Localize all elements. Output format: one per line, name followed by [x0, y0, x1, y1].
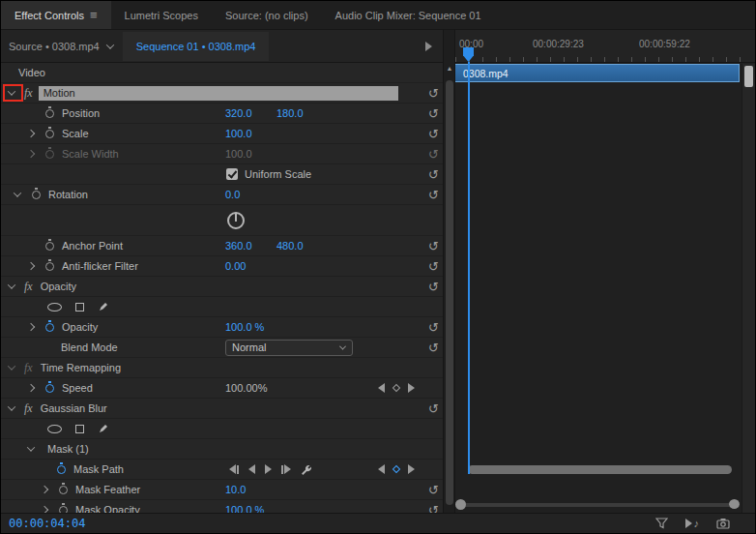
rectangle-mask-icon[interactable]: [75, 303, 84, 312]
expand-chevron-icon[interactable]: [8, 87, 15, 95]
fx-toggle-icon[interactable]: fx: [24, 86, 33, 101]
anchor-x-value[interactable]: 360.0: [225, 240, 252, 252]
filter-properties-icon[interactable]: [655, 518, 668, 529]
expand-chevron-icon[interactable]: [27, 323, 35, 331]
anchor-y-value[interactable]: 480.0: [276, 240, 304, 252]
source-clip-label[interactable]: Source • 0308.mp4: [9, 41, 100, 52]
row-opacity-mask-tools: [1, 297, 443, 317]
fx-toggle-icon[interactable]: fx: [24, 401, 33, 416]
track-backward-icon[interactable]: [248, 464, 255, 474]
stopwatch-icon[interactable]: [45, 130, 54, 138]
effects-scrollbar[interactable]: ▲: [444, 30, 455, 513]
reset-button[interactable]: ↺: [428, 260, 439, 273]
timeline-vertical-scrollbar[interactable]: [741, 64, 755, 513]
pen-mask-icon[interactable]: [98, 423, 109, 434]
blend-mode-dropdown[interactable]: Normal: [225, 340, 353, 356]
anti-flicker-value[interactable]: 0.00: [225, 260, 246, 272]
reset-button[interactable]: ↺: [428, 189, 439, 201]
reset-button[interactable]: ↺: [428, 240, 439, 252]
stopwatch-icon[interactable]: [45, 242, 54, 251]
expand-chevron-icon[interactable]: [8, 402, 15, 410]
uniform-scale-checkbox[interactable]: [226, 168, 238, 180]
motion-effect-title[interactable]: Motion: [39, 86, 398, 101]
position-x-value[interactable]: 320.0: [225, 107, 252, 119]
expand-chevron-icon[interactable]: [41, 506, 48, 513]
reset-button[interactable]: ↺: [428, 148, 439, 161]
reset-button[interactable]: ↺: [428, 402, 439, 415]
reset-button[interactable]: ↺: [428, 281, 439, 293]
chevron-down-icon[interactable]: [106, 41, 114, 48]
stopwatch-icon[interactable]: [59, 506, 68, 514]
prev-keyframe-icon[interactable]: [378, 383, 385, 393]
reset-button[interactable]: ↺: [428, 128, 439, 140]
ellipse-mask-icon[interactable]: [47, 425, 62, 433]
fx-toggle-icon[interactable]: fx: [24, 280, 33, 294]
scroll-up-icon[interactable]: ▲: [444, 65, 455, 72]
tab-effect-controls[interactable]: Effect Controls ≡: [1, 1, 111, 29]
play-audio-icon[interactable]: ♪: [685, 518, 700, 529]
timeline-clip[interactable]: 0308.mp4: [455, 64, 740, 82]
stopwatch-icon[interactable]: [45, 262, 54, 271]
next-keyframe-icon[interactable]: [408, 383, 415, 393]
next-keyframe-icon[interactable]: [408, 464, 415, 474]
zoom-handle-left[interactable]: [455, 499, 466, 510]
add-keyframe-icon[interactable]: [393, 465, 400, 473]
tab-lumetri-scopes[interactable]: Lumetri Scopes: [111, 1, 212, 29]
expand-chevron-icon[interactable]: [8, 362, 15, 370]
section-video[interactable]: Video: [1, 63, 443, 83]
stopwatch-icon[interactable]: [45, 384, 54, 393]
expand-chevron-icon[interactable]: [41, 486, 48, 493]
timeline-horizontal-scrollbar[interactable]: [468, 465, 732, 474]
tab-source[interactable]: Source: (no clips): [212, 1, 322, 29]
prev-keyframe-icon[interactable]: [378, 464, 385, 474]
expand-chevron-icon[interactable]: [14, 189, 21, 196]
speed-value[interactable]: 100.00%: [225, 382, 267, 394]
track-one-frame-back-icon[interactable]: [229, 464, 239, 474]
stopwatch-icon[interactable]: [59, 486, 68, 494]
track-one-frame-forward-icon[interactable]: [281, 464, 291, 474]
ellipse-mask-icon[interactable]: [47, 303, 62, 312]
rotation-dial[interactable]: [227, 212, 245, 229]
expand-chevron-icon[interactable]: [27, 384, 35, 392]
zoom-handle-right[interactable]: [729, 499, 740, 510]
stopwatch-icon[interactable]: [57, 465, 66, 474]
export-frame-camera-icon[interactable]: [716, 518, 730, 529]
scrollbar-thumb[interactable]: [744, 66, 753, 87]
next-arrow-icon[interactable]: [425, 42, 437, 51]
reset-button[interactable]: ↺: [428, 504, 439, 514]
expand-chevron-icon[interactable]: [27, 443, 35, 451]
scale-value[interactable]: 100.0: [225, 128, 252, 139]
timeline-zoom-bar[interactable]: [455, 498, 740, 511]
expand-chevron-icon[interactable]: [27, 130, 35, 137]
stopwatch-icon[interactable]: [45, 109, 54, 118]
panel-menu-icon[interactable]: ≡: [90, 8, 98, 22]
track-forward-icon[interactable]: [265, 464, 272, 474]
fx-toggle-icon[interactable]: fx: [24, 361, 33, 375]
reset-button[interactable]: ↺: [428, 107, 439, 120]
stopwatch-icon[interactable]: [32, 191, 41, 199]
mask-feather-value[interactable]: 10.0: [225, 484, 246, 495]
expand-chevron-icon[interactable]: [27, 262, 35, 270]
reset-button[interactable]: ↺: [428, 168, 439, 181]
reset-button[interactable]: ↺: [428, 484, 439, 496]
rectangle-mask-icon[interactable]: [75, 425, 84, 433]
expand-chevron-icon[interactable]: [8, 281, 15, 288]
add-keyframe-icon[interactable]: [393, 384, 400, 392]
expand-chevron-icon[interactable]: [27, 150, 35, 158]
sequence-clip-tab[interactable]: Sequence 01 • 0308.mp4: [123, 32, 270, 61]
opacity-value[interactable]: 100.0 %: [225, 321, 264, 333]
reset-button[interactable]: ↺: [428, 87, 439, 100]
mask-opacity-value[interactable]: 100.0 %: [225, 504, 264, 513]
tracking-options-wrench-icon[interactable]: [301, 463, 313, 476]
tab-audio-clip-mixer[interactable]: Audio Clip Mixer: Sequence 01: [322, 1, 495, 29]
rotation-value[interactable]: 0.0: [225, 189, 240, 200]
position-y-value[interactable]: 180.0: [276, 107, 304, 119]
current-timecode[interactable]: 00:00:04:04: [9, 517, 85, 530]
stopwatch-icon[interactable]: [45, 323, 54, 332]
reset-button[interactable]: ↺: [428, 341, 439, 354]
reset-button[interactable]: ↺: [428, 321, 439, 334]
stopwatch-icon[interactable]: [45, 150, 54, 159]
pen-mask-icon[interactable]: [98, 301, 109, 312]
scrollbar-thumb[interactable]: [446, 80, 453, 505]
timeline-ruler[interactable]: 00:00 00:00:29:23 00:00:59:22: [455, 30, 755, 63]
